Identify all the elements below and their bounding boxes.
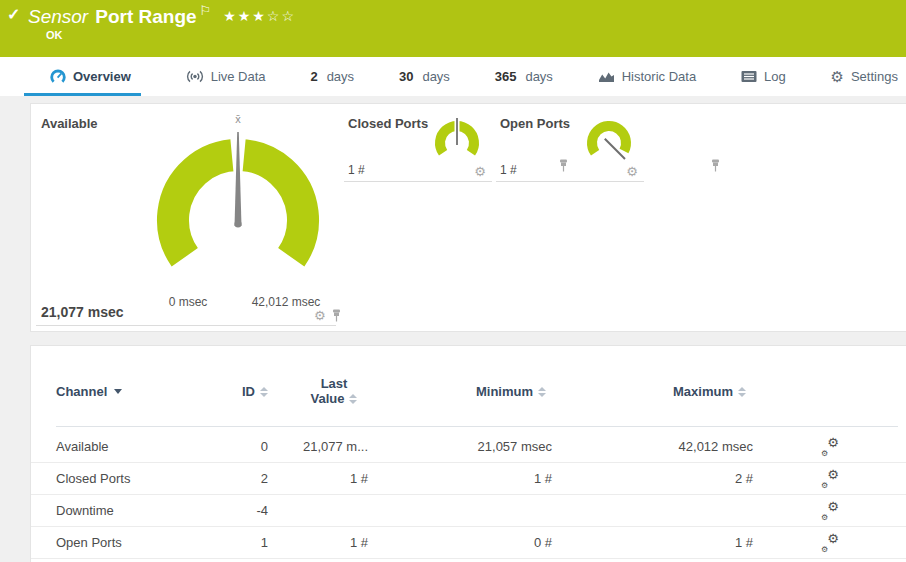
tab-30-days[interactable]: 30 days	[399, 57, 450, 96]
column-header-label: Channel	[56, 384, 107, 399]
channel-id: 2	[196, 463, 268, 494]
sort-icon	[260, 387, 268, 397]
gauge-actions: ⚙	[474, 165, 486, 178]
tab-label: days	[422, 69, 449, 84]
channel-last-value	[276, 495, 368, 526]
prtg-sensor-page: ✓ SensorPort Range⚐★★★☆☆ OK Overview	[0, 0, 906, 562]
channel-name[interactable]: Available	[56, 431, 196, 462]
available-gauge[interactable]: x̄	[148, 112, 328, 302]
gauge-min-label: 0 msec	[148, 295, 228, 309]
channel-settings-cell: ⚙⚙	[813, 431, 847, 462]
closed-ports-gauge[interactable]	[429, 109, 485, 171]
closed-ports-gauge-block: Closed Ports 1 # ⚙	[344, 115, 492, 182]
open-ports-gauge-block: Open Ports 1 # ⚙	[496, 115, 644, 182]
chart-icon	[598, 70, 615, 84]
log-icon	[741, 70, 757, 83]
channel-name[interactable]: Downtime	[56, 495, 196, 526]
tab-day-count: 365	[495, 69, 517, 84]
table-row-closed-ports[interactable]: Closed Ports 2 1 # 1 # 2 # ⚙⚙	[31, 463, 906, 495]
sort-icon	[538, 387, 546, 397]
column-header-id[interactable]: ID	[196, 384, 268, 399]
gauge-icon	[50, 69, 66, 85]
channel-id: 1	[196, 527, 268, 558]
object-kind-label: Sensor	[28, 6, 88, 27]
channel-settings-cell: ⚙⚙	[813, 463, 847, 494]
tab-day-count: 30	[399, 69, 413, 84]
table-row-available[interactable]: Available 0 21,077 m... 21,057 msec 42,0…	[31, 431, 906, 463]
tab-label: Historic Data	[622, 69, 696, 84]
average-marker: x̄	[235, 113, 241, 125]
table-header-divider	[56, 426, 898, 427]
priority-stars[interactable]: ★★★☆☆	[223, 8, 296, 24]
channel-name[interactable]: Closed Ports	[56, 463, 196, 494]
sensor-status-banner: ✓ SensorPort Range⚐★★★☆☆ OK	[0, 0, 906, 57]
tab-label: days	[327, 69, 354, 84]
tab-bar: Overview Live Data 2 days 30 days 365	[0, 57, 906, 96]
status-badge: OK	[46, 29, 63, 41]
channel-last-value: 1 #	[276, 527, 368, 558]
table-row-downtime[interactable]: Downtime -4 ⚙⚙	[31, 495, 906, 527]
table-row-open-ports[interactable]: Open Ports 1 1 # 0 # 1 # ⚙⚙	[31, 527, 906, 559]
gauge-title-available: Available	[41, 116, 98, 131]
column-header-label: Minimum	[476, 384, 533, 399]
sort-icon	[738, 387, 746, 397]
tab-label: Overview	[73, 69, 131, 84]
channel-settings-icon[interactable]: ⚙⚙	[821, 470, 839, 488]
channel-settings-cell: ⚙⚙	[813, 495, 847, 526]
tab-label: Settings	[851, 69, 898, 84]
column-header-minimum[interactable]: Minimum	[416, 384, 546, 399]
channel-maximum: 1 #	[623, 527, 753, 558]
channel-name[interactable]: Open Ports	[56, 527, 196, 558]
tab-label: days	[525, 69, 552, 84]
channel-minimum: 1 #	[422, 463, 552, 494]
channel-settings-icon[interactable]: ⚙⚙	[821, 438, 839, 456]
gear-icon: ⚙	[830, 69, 843, 84]
closed-ports-last-value: 1 #	[348, 163, 365, 177]
channel-minimum: 21,057 msec	[422, 431, 552, 462]
sort-icon	[349, 394, 357, 404]
gauges-panel: Available x̄ 0 msec 42,012 msec 21,077 m…	[30, 103, 906, 332]
channel-last-value: 1 #	[276, 463, 368, 494]
gauge-settings-icon[interactable]: ⚙	[626, 165, 638, 178]
flag-icon[interactable]: ⚐	[200, 3, 212, 18]
gauge-actions: ⚙	[314, 309, 341, 322]
gauge-settings-icon[interactable]: ⚙	[474, 165, 486, 178]
channel-last-value: 21,077 m...	[276, 431, 368, 462]
gauge-settings-icon[interactable]: ⚙	[314, 309, 326, 322]
channels-table-panel: Channel ID Last Value Minimum Maximum Av…	[30, 345, 906, 562]
ok-check-icon: ✓	[7, 5, 20, 24]
tab-overview[interactable]: Overview	[24, 57, 141, 96]
open-ports-last-value: 1 #	[500, 163, 517, 177]
available-last-value: 21,077 msec	[41, 304, 124, 320]
tab-365-days[interactable]: 365 days	[495, 57, 553, 96]
channel-settings-icon[interactable]: ⚙⚙	[821, 502, 839, 520]
pin-icon[interactable]	[332, 309, 341, 322]
gauge-title-open-ports: Open Ports	[500, 116, 570, 131]
gauge-title-closed-ports: Closed Ports	[348, 116, 428, 131]
sensor-name[interactable]: Port Range	[95, 6, 196, 27]
tab-log[interactable]: Log	[741, 57, 786, 96]
column-header-label: ID	[242, 384, 255, 399]
pin-icon[interactable]	[711, 159, 720, 172]
column-header-maximum[interactable]: Maximum	[616, 384, 746, 399]
channel-maximum	[623, 495, 753, 526]
channel-maximum: 2 #	[623, 463, 753, 494]
channel-id: 0	[196, 431, 268, 462]
tab-2-days[interactable]: 2 days	[310, 57, 354, 96]
sort-desc-icon	[114, 389, 122, 394]
channel-minimum	[422, 495, 552, 526]
live-icon	[186, 69, 204, 84]
channel-settings-cell: ⚙⚙	[813, 527, 847, 558]
channel-settings-icon[interactable]: ⚙⚙	[821, 534, 839, 552]
column-header-label: Maximum	[673, 384, 733, 399]
tab-settings[interactable]: ⚙ Settings	[830, 57, 897, 96]
column-header-last-value[interactable]: Last Value	[286, 376, 382, 406]
gauge-divider	[36, 325, 336, 326]
gauge-actions: ⚙	[626, 165, 638, 178]
column-header-channel[interactable]: Channel	[56, 384, 196, 399]
tab-live-data[interactable]: Live Data	[186, 57, 266, 96]
open-ports-gauge[interactable]	[581, 109, 637, 171]
column-header-label: Value	[311, 391, 345, 406]
channel-maximum: 42,012 msec	[623, 431, 753, 462]
tab-historic-data[interactable]: Historic Data	[598, 57, 696, 96]
